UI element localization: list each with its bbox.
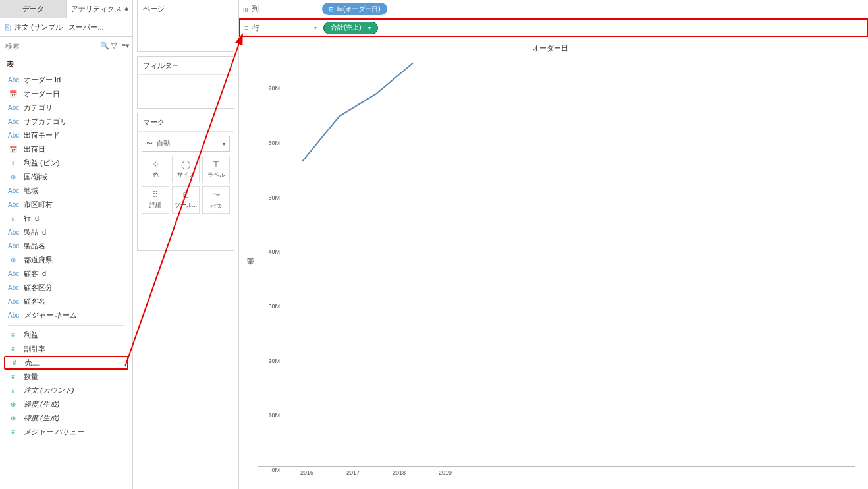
search-icon[interactable]: 🔍 — [100, 40, 109, 53]
mark-tooltip-button[interactable]: ⎚ツール... — [172, 186, 200, 214]
rows-icon: ≡ — [244, 24, 248, 32]
columns-icon: iii — [243, 5, 248, 13]
field-都道府県[interactable]: ⊕都道府県 — [4, 253, 128, 267]
field-緯度 (生成)[interactable]: ⊕緯度 (生成) — [4, 411, 128, 425]
field-顧客名[interactable]: Abc顧客名 — [4, 295, 128, 308]
columns-pill-year[interactable]: ⊞ 年(オーダー日) — [322, 3, 387, 15]
field-利益[interactable]: #利益 — [4, 328, 128, 342]
field-サブカテゴリ[interactable]: Abcサブカテゴリ — [4, 115, 128, 129]
main-panel: iii 列 ⊞ 年(オーダー日) ≡ 行 ▾ 合計(売上) ▾ オーダー日 売上… — [238, 0, 868, 489]
pages-shelf[interactable]: ページ — [137, 0, 234, 52]
x-tick: 2017 — [330, 467, 376, 482]
Abc-icon: Abc — [8, 187, 18, 194]
view-toggle-icon[interactable]: ≡▾ — [119, 40, 130, 53]
data-panel: データ アナリティクス◆ ⎘ 注文 (サンプル - スーパー... 🔍 ▽ ≡▾… — [0, 0, 133, 489]
chevron-down-icon: ▾ — [223, 141, 225, 147]
pages-shelf-title: ページ — [138, 0, 234, 18]
filters-shelf[interactable]: フィルター — [137, 56, 234, 109]
columns-shelf-label: iii 列 — [243, 4, 315, 14]
field-製品 Id[interactable]: Abc製品 Id — [4, 225, 128, 239]
field-label: メジャー バリュー — [24, 427, 84, 437]
field-label: 行 Id — [24, 214, 39, 223]
mark-path-button[interactable]: 〜パス — [202, 186, 230, 214]
y-tick: 70M — [268, 85, 280, 92]
filter-icon[interactable]: ▽ — [111, 40, 117, 53]
globe-icon: ⊕ — [8, 173, 18, 181]
field-製品名[interactable]: Abc製品名 — [4, 239, 128, 253]
search-input[interactable] — [3, 41, 99, 51]
field-カテゴリ[interactable]: Abcカテゴリ — [4, 101, 128, 115]
field-label: 売上 — [25, 358, 40, 368]
field-行 Id[interactable]: #行 Id — [4, 212, 128, 225]
data-tabs: データ アナリティクス◆ — [0, 0, 132, 18]
hash-icon: # — [9, 359, 20, 366]
filters-shelf-title: フィルター — [138, 57, 234, 75]
search-row: 🔍 ▽ ≡▾ — [0, 37, 132, 55]
field-出荷モード[interactable]: Abc出荷モード — [4, 129, 128, 142]
field-地域[interactable]: Abc地域 — [4, 184, 128, 198]
field-注文 (カウント)[interactable]: #注文 (カウント) — [4, 384, 128, 397]
field-利益 (ビン)[interactable]: ⫴利益 (ビン) — [4, 156, 128, 170]
detail-icon: ⠿ — [152, 190, 159, 200]
field-オーダー日[interactable]: 📅オーダー日 — [4, 87, 128, 101]
field-label: 顧客名 — [24, 297, 45, 306]
field-メジャー ネーム[interactable]: Abcメジャー ネーム — [4, 308, 128, 322]
hash-icon: # — [8, 387, 18, 394]
mark-type-select[interactable]: 〜 自動 ▾ — [142, 136, 230, 152]
datasource-row[interactable]: ⎘ 注文 (サンプル - スーパー... — [0, 18, 132, 37]
hash-icon: # — [8, 428, 18, 436]
x-tick: 2016 — [284, 467, 330, 482]
mark-buttons: ⁘色 ◯サイズ Tラベル ⠿詳細 ⎚ツール... 〜パス — [138, 156, 234, 217]
globe-icon: ⊕ — [8, 415, 18, 422]
field-label: 製品 Id — [24, 227, 46, 237]
rows-shelf[interactable]: ≡ 行 ▾ 合計(売上) ▾ — [239, 18, 868, 37]
marks-card-title: マーク — [138, 113, 234, 132]
field-出荷日[interactable]: 📅出荷日 — [4, 142, 128, 156]
field-割引率[interactable]: #割引率 — [4, 342, 128, 356]
field-label: 国/領域 — [24, 172, 47, 182]
chart-title: オーダー日 — [246, 43, 855, 53]
field-オーダー Id[interactable]: Abcオーダー Id — [4, 73, 128, 87]
chevron-down-icon: ▾ — [314, 25, 317, 31]
field-経度 (生成)[interactable]: ⊕経度 (生成) — [4, 397, 128, 411]
field-顧客区分[interactable]: Abc顧客区分 — [4, 281, 128, 295]
x-tick: 2019 — [422, 467, 468, 482]
columns-shelf[interactable]: iii 列 ⊞ 年(オーダー日) — [239, 0, 868, 18]
y-tick: 40M — [268, 248, 280, 255]
chart-plot[interactable]: 0M10M20M30M40M50M60M70M — [258, 57, 855, 467]
tab-data[interactable]: データ — [0, 0, 67, 18]
field-メジャー バリュー[interactable]: #メジャー バリュー — [4, 425, 128, 439]
Abc-icon: Abc — [8, 229, 18, 236]
size-icon: ◯ — [181, 159, 191, 169]
field-数量[interactable]: #数量 — [4, 370, 128, 384]
field-label: メジャー ネーム — [24, 310, 76, 320]
field-label: 製品名 — [24, 241, 45, 251]
field-国/領域[interactable]: ⊕国/領域 — [4, 170, 128, 184]
hash-icon: # — [8, 331, 18, 339]
tab-analytics[interactable]: アナリティクス◆ — [67, 0, 132, 18]
field-顧客 Id[interactable]: Abc顧客 Id — [4, 267, 128, 281]
Abc-icon: Abc — [8, 312, 18, 319]
field-list: Abcオーダー Id📅オーダー日AbcカテゴリAbcサブカテゴリAbc出荷モード… — [0, 72, 132, 489]
field-売上[interactable]: #売上 — [4, 356, 128, 370]
field-label: 注文 (カウント) — [24, 386, 74, 395]
color-icon: ⁘ — [152, 159, 159, 169]
field-label: カテゴリ — [24, 103, 53, 113]
y-tick: 30M — [268, 303, 280, 310]
field-label: 顧客区分 — [24, 283, 53, 293]
mark-label-button[interactable]: Tラベル — [202, 156, 230, 183]
y-tick: 60M — [268, 140, 280, 146]
date-icon: 📅 — [8, 90, 18, 98]
Abc-icon: Abc — [8, 104, 18, 111]
mark-color-button[interactable]: ⁘色 — [142, 156, 169, 183]
mark-detail-button[interactable]: ⠿詳細 — [142, 186, 169, 214]
marks-card: マーク 〜 自動 ▾ ⁘色 ◯サイズ Tラベル ⠿詳細 ⎚ツール... 〜パス — [137, 113, 234, 251]
rows-pill-sum-sales[interactable]: 合計(売上) ▾ — [323, 22, 378, 34]
mark-size-button[interactable]: ◯サイズ — [172, 156, 200, 183]
hist-icon: ⫴ — [8, 159, 18, 167]
field-市区町村[interactable]: Abc市区町村 — [4, 198, 128, 212]
y-tick: 50M — [268, 194, 280, 201]
field-label: オーダー日 — [24, 89, 60, 99]
expand-icon: ⊞ — [329, 6, 334, 13]
Abc-icon: Abc — [8, 298, 18, 305]
